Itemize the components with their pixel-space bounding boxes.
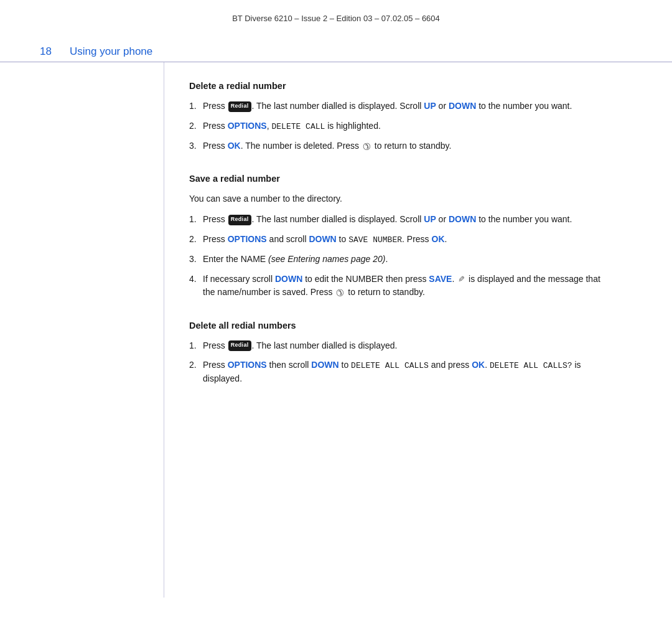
steps-list-delete-all-redial: 1. Press Redial. The last number dialled… [189, 339, 614, 387]
ok-keyword: OK [432, 234, 445, 244]
cross-ref-italic: (see Entering names page 20) [268, 254, 385, 264]
down-keyword: DOWN [309, 234, 336, 244]
options-keyword: OPTIONS [228, 121, 267, 131]
left-gutter [40, 62, 164, 598]
handset-icon: ✆ [332, 285, 348, 301]
subsection-delete-all-redial: Delete all redial numbers 1. Press Redia… [189, 321, 614, 387]
step-number: 3. [189, 139, 203, 154]
delete-all-calls-display: DELETE ALL CALLS [351, 361, 429, 370]
step-text: If necessary scroll DOWN to edit the NUM… [203, 273, 614, 301]
step-text: Press OPTIONS and scroll DOWN to SAVE NU… [203, 233, 614, 246]
section-title: Using your phone [70, 45, 152, 58]
down-keyword: DOWN [449, 214, 476, 224]
ok-keyword: OK [228, 141, 241, 151]
main-content: Delete a redial number 1. Press Redial. … [0, 62, 672, 598]
list-item: 1. Press Redial. The last number dialled… [189, 213, 614, 227]
redial-button-icon: Redial [228, 215, 251, 225]
save-keyword: SAVE [429, 274, 452, 284]
step-number: 1. [189, 339, 203, 353]
options-keyword: OPTIONS [228, 234, 267, 244]
step-number: 2. [189, 233, 203, 246]
page-number: 18 [40, 45, 57, 58]
step-text: Press Redial. The last number dialled is… [203, 339, 614, 353]
step-text: Press OPTIONS then scroll DOWN to DELETE… [203, 359, 614, 386]
step-number: 1. [189, 213, 203, 227]
subsection-title-delete-redial: Delete a redial number [189, 81, 614, 91]
subsection-delete-redial: Delete a redial number 1. Press Redial. … [189, 81, 614, 154]
list-item: 2. Press OPTIONS then scroll DOWN to DEL… [189, 359, 614, 386]
step-number: 4. [189, 273, 203, 301]
list-item: 2. Press OPTIONS, DELETE CALL is highlig… [189, 120, 614, 133]
step-text: Press Redial. The last number dialled is… [203, 213, 614, 227]
down-keyword: DOWN [275, 274, 302, 284]
up-keyword: UP [424, 214, 436, 224]
list-item: 1. Press Redial. The last number dialled… [189, 339, 614, 353]
redial-button-icon: Redial [228, 340, 251, 351]
page-header: BT Diverse 6210 – Issue 2 – Edition 03 –… [0, 0, 672, 34]
right-content: Delete a redial number 1. Press Redial. … [164, 62, 632, 598]
options-keyword: OPTIONS [228, 360, 267, 370]
down-keyword: DOWN [311, 360, 338, 370]
step-text: Press Redial. The last number dialled is… [203, 100, 614, 113]
section-heading-row: 18 Using your phone [0, 34, 672, 62]
save-number-display: SAVE NUMBER [348, 235, 402, 245]
pencil-icon: ✎ [458, 273, 465, 286]
step-number: 3. [189, 253, 203, 266]
delete-all-calls-question-display: DELETE ALL CALLS? [490, 361, 572, 370]
down-keyword: DOWN [449, 101, 476, 111]
step-text: Enter the NAME (see Entering names page … [203, 253, 614, 266]
steps-list-delete-redial: 1. Press Redial. The last number dialled… [189, 100, 614, 154]
step-number: 2. [189, 359, 203, 386]
intro-text-save-redial: You can save a number to the directory. [189, 192, 614, 205]
step-number: 1. [189, 100, 203, 113]
page-container: BT Diverse 6210 – Issue 2 – Edition 03 –… [0, 0, 672, 638]
step-text: Press OK. The number is deleted. Press ✆… [203, 139, 614, 154]
step-number: 2. [189, 120, 203, 133]
subsection-title-save-redial: Save a redial number [189, 174, 614, 184]
ok-keyword: OK [472, 360, 485, 370]
subsection-title-delete-all-redial: Delete all redial numbers [189, 321, 614, 331]
list-item: 3. Enter the NAME (see Entering names pa… [189, 253, 614, 266]
steps-list-save-redial: 1. Press Redial. The last number dialled… [189, 213, 614, 300]
list-item: 1. Press Redial. The last number dialled… [189, 100, 614, 113]
handset-icon: ✆ [359, 139, 375, 155]
list-item: 3. Press OK. The number is deleted. Pres… [189, 139, 614, 154]
header-text: BT Diverse 6210 – Issue 2 – Edition 03 –… [232, 14, 440, 23]
subsection-save-redial: Save a redial number You can save a numb… [189, 174, 614, 300]
list-item: 2. Press OPTIONS and scroll DOWN to SAVE… [189, 233, 614, 246]
redial-button-icon: Redial [228, 101, 251, 112]
list-item: 4. If necessary scroll DOWN to edit the … [189, 273, 614, 301]
step-text: Press OPTIONS, DELETE CALL is highlighte… [203, 120, 614, 133]
up-keyword: UP [424, 101, 436, 111]
delete-call-display: DELETE CALL [271, 122, 325, 131]
